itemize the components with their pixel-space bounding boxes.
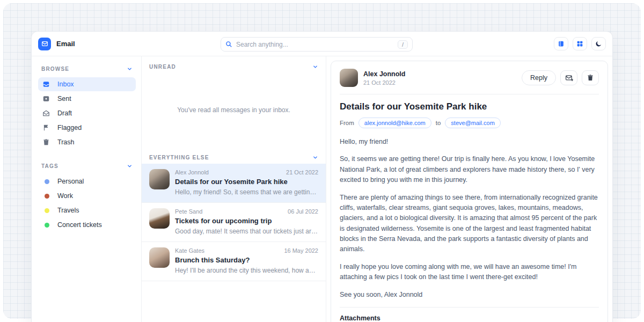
email-detail-panel: Alex Jonnold 21 Oct 2022 Reply (331, 61, 608, 322)
mail-date: 06 Jul 2022 (288, 208, 318, 215)
tag-label: Work (57, 192, 73, 200)
chevron-down-icon[interactable] (312, 64, 318, 70)
search-icon (225, 41, 232, 48)
mail-list-item[interactable]: Pete Sand 06 Jul 2022 Tickets for our up… (142, 203, 326, 242)
everything-else-label: EVERYTHING ELSE (149, 155, 209, 160)
to-email-pill[interactable]: steve@mail.com (445, 118, 500, 128)
topbar: Email / (32, 32, 612, 56)
chevron-down-icon[interactable] (127, 66, 133, 72)
detail-meta-row: From alex.jonnold@hike.com to steve@mail… (340, 118, 599, 128)
email-app-window: Email / (31, 31, 613, 322)
mail-list-column: UNREAD You've read all messages in your … (141, 56, 326, 322)
detail-header: Alex Jonnold 21 Oct 2022 Reply (340, 69, 599, 87)
sidebar-item-label: Trash (57, 138, 75, 146)
divider (340, 94, 599, 94)
mail-preview: Hey! I'll be around the city this weeken… (175, 267, 318, 274)
avatar (149, 247, 170, 268)
unread-label: UNREAD (149, 64, 176, 70)
sidebar-item-flagged[interactable]: Flagged (38, 121, 136, 135)
envelope-icon (41, 40, 48, 47)
tag-label: Personal (57, 178, 84, 185)
search-shortcut-badge: / (398, 40, 408, 49)
body-paragraph: I really hope you love coming along with… (340, 262, 599, 283)
sidebar-item-sent[interactable]: Sent (38, 92, 136, 106)
delete-mail-button[interactable] (582, 70, 599, 85)
mail-subject: Tickets for our upcoming trip (175, 217, 318, 225)
mail-list-item[interactable]: Kate Gates 16 May 2022 Brunch this Satur… (142, 242, 326, 281)
search-input[interactable] (236, 41, 398, 48)
tag-item-concert-tickets[interactable]: Concert tickets (38, 218, 136, 232)
tag-label: Concert tickets (57, 221, 102, 229)
browse-label: BROWSE (41, 66, 69, 72)
email-body: Hello, my friend! So, it seems we are ge… (340, 137, 599, 300)
from-email-pill[interactable]: alex.jonnold@hike.com (358, 118, 431, 128)
reply-button[interactable]: Reply (522, 70, 556, 85)
apps-grid-icon (576, 40, 583, 47)
mail-sender: Pete Sand (175, 208, 202, 215)
avatar (340, 69, 358, 87)
body-paragraph: Hello, my friend! (340, 137, 599, 147)
apps-button[interactable] (573, 37, 587, 50)
sidebar-item-inbox[interactable]: Inbox (38, 77, 136, 91)
sidebar-item-draft[interactable]: Draft (38, 106, 136, 120)
chevron-down-icon[interactable] (127, 163, 133, 169)
mail-plus-icon (565, 74, 573, 82)
sidebar-item-label: Flagged (57, 124, 82, 131)
mail-subject: Brunch this Saturday? (175, 256, 318, 264)
mail-sender: Alex Jonnold (175, 169, 209, 175)
topbar-actions (554, 37, 606, 50)
detail-subject: Details for our Yosemite Park hike (340, 101, 599, 112)
body-paragraph: So, it seems we are getting there! Our t… (340, 154, 599, 185)
body-paragraph: There are plenty of amazing things to se… (340, 193, 599, 255)
sidebar-item-label: Sent (57, 95, 71, 103)
dark-mode-button[interactable] (591, 37, 606, 50)
tags-label: TAGS (41, 163, 58, 169)
avatar (149, 208, 170, 229)
tag-item-personal[interactable]: Personal (38, 174, 136, 188)
mail-date: 21 Oct 2022 (286, 169, 318, 175)
tag-color-dot (45, 223, 49, 228)
body-paragraph: See you soon, Alex Jonnold (340, 290, 599, 300)
sidebar-item-label: Draft (57, 109, 72, 117)
divider (340, 307, 599, 308)
mail-list-item[interactable]: Alex Jonnold 21 Oct 2022 Details for our… (142, 164, 326, 203)
tag-color-dot (45, 194, 49, 199)
trash-icon (42, 138, 51, 146)
unread-section-header[interactable]: UNREAD (142, 56, 326, 73)
tags-section-header[interactable]: TAGS (38, 161, 136, 174)
forward-mail-button[interactable] (560, 70, 577, 85)
sidebar-item-trash[interactable]: Trash (38, 135, 136, 149)
moon-icon (595, 40, 602, 47)
detail-date: 21 Oct 2022 (363, 79, 405, 86)
tag-item-work[interactable]: Work (38, 189, 136, 203)
unread-empty-state: You've read all messages in your inbox. (142, 73, 326, 147)
mail-sender: Kate Gates (175, 247, 204, 254)
app-title: Email (56, 40, 75, 48)
avatar (149, 169, 170, 189)
mail-preview: Hello, my friend! So, it seems that we a… (175, 188, 318, 196)
mail-date: 16 May 2022 (284, 247, 318, 254)
browse-section-header[interactable]: BROWSE (38, 64, 136, 77)
inbox-icon (42, 80, 51, 88)
sidebar-item-label: Inbox (57, 80, 74, 88)
tag-color-dot (45, 208, 49, 213)
tag-item-travels[interactable]: Travels (38, 203, 136, 217)
detail-sender-name: Alex Jonnold (363, 70, 405, 78)
sent-icon (42, 95, 51, 103)
trash-icon (587, 74, 594, 82)
chevron-down-icon[interactable] (312, 155, 318, 160)
mail-preview: Good day, mate! It seems that our ticket… (175, 228, 318, 235)
app-logo (38, 38, 51, 50)
sidebar: BROWSE Inbox Sent (32, 56, 141, 322)
notebook-button[interactable] (554, 37, 568, 50)
everything-else-section-header[interactable]: EVERYTHING ELSE (142, 147, 326, 164)
tag-color-dot (45, 179, 49, 184)
mail-subject: Details for our Yosemite Park hike (175, 178, 318, 186)
detail-area: Alex Jonnold 21 Oct 2022 Reply (326, 56, 612, 322)
tag-label: Travels (57, 207, 79, 214)
to-label: to (436, 120, 441, 126)
flag-icon (42, 124, 51, 131)
book-icon (558, 40, 565, 47)
from-label: From (340, 120, 354, 126)
search-bar[interactable]: / (221, 37, 413, 52)
